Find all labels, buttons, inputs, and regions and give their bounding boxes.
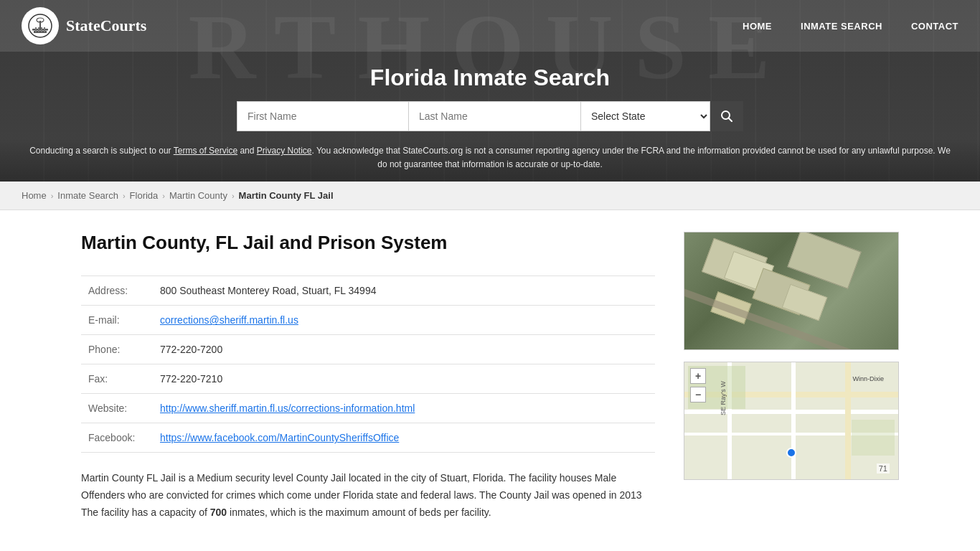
nav-contact[interactable]: CONTACT	[911, 21, 958, 32]
website-value: http://www.sheriff.martin.fl.us/correcti…	[153, 394, 655, 423]
navbar: StateCourts HOME INMATE SEARCH CONTACT	[0, 0, 980, 52]
page-title: Martin County, FL Jail and Prison System	[81, 232, 655, 254]
svg-rect-7	[41, 27, 42, 32]
email-row: E-mail: corrections@sheriff.martin.fl.us	[81, 306, 655, 335]
website-label: Website:	[81, 394, 153, 423]
map-zoom-out[interactable]: −	[690, 387, 706, 402]
search-bar: Select State Alabama Alaska Arizona Flor…	[203, 101, 777, 131]
address-label: Address:	[81, 276, 153, 306]
breadcrumb-county[interactable]: Martin County	[169, 190, 227, 201]
map-image: Winn-Dixie + − SE Ray's W 71	[684, 362, 899, 480]
fax-label: Fax:	[81, 364, 153, 394]
main-content: Martin County, FL Jail and Prison System…	[67, 210, 913, 542]
svg-line-10	[729, 118, 732, 122]
breadcrumb: Home › Inmate Search › Florida › Martin …	[0, 182, 980, 210]
fax-value: 772-220-7210	[153, 364, 655, 394]
sep4: ›	[232, 192, 235, 200]
nav-inmate-search[interactable]: INMATE SEARCH	[801, 21, 882, 32]
map-route-number: 71	[877, 463, 890, 474]
search-icon	[720, 110, 733, 123]
left-column: Martin County, FL Jail and Prison System…	[81, 232, 655, 521]
nav-links: HOME INMATE SEARCH CONTACT	[743, 21, 958, 32]
website-link[interactable]: http://www.sheriff.martin.fl.us/correcti…	[160, 402, 415, 414]
terms-link[interactable]: Terms of Service	[174, 146, 237, 156]
state-select[interactable]: Select State Alabama Alaska Arizona Flor…	[581, 101, 710, 131]
email-link[interactable]: corrections@sheriff.martin.fl.us	[160, 314, 298, 326]
sep2: ›	[123, 192, 126, 200]
email-value: corrections@sheriff.martin.fl.us	[153, 306, 655, 335]
facebook-row: Facebook: https://www.facebook.com/Marti…	[81, 423, 655, 453]
phone-row: Phone: 772-220-7200	[81, 335, 655, 364]
fax-row: Fax: 772-220-7210	[81, 364, 655, 394]
email-label: E-mail:	[81, 306, 153, 335]
last-name-input[interactable]	[409, 101, 581, 131]
svg-rect-2	[32, 29, 48, 31]
search-button[interactable]	[710, 101, 743, 131]
svg-rect-5	[35, 27, 37, 32]
info-table: Address: 800 Southeast Monterey Road, St…	[81, 276, 655, 453]
svg-rect-6	[38, 27, 39, 32]
facebook-link[interactable]: https://www.facebook.com/MartinCountyShe…	[160, 432, 399, 443]
address-value: 800 Southeast Monterey Road, Stuart, FL …	[153, 276, 655, 306]
site-name: StateCourts	[66, 17, 146, 35]
breadcrumb-current: Martin County FL Jail	[239, 190, 334, 201]
svg-rect-8	[44, 27, 45, 32]
first-name-input[interactable]	[237, 101, 409, 131]
sep3: ›	[162, 192, 165, 200]
facebook-value: https://www.facebook.com/MartinCountyShe…	[153, 423, 655, 453]
hero-title: Florida Inmate Search	[0, 52, 980, 101]
capacity: 700	[210, 507, 227, 518]
winn-dixie-label: Winn-Dixie	[852, 375, 884, 382]
facebook-label: Facebook:	[81, 423, 153, 453]
phone-value: 772-220-7200	[153, 335, 655, 364]
map-zoom-in[interactable]: +	[690, 368, 706, 384]
description: Martin County FL Jail is a Medium securi…	[81, 470, 655, 521]
map-street-label: SE Ray's W	[720, 381, 727, 415]
disclaimer: Conducting a search is subject to our Te…	[0, 141, 980, 182]
facility-image	[684, 232, 899, 350]
breadcrumb-home[interactable]: Home	[22, 190, 47, 201]
logo-area: StateCourts	[22, 7, 146, 44]
privacy-link[interactable]: Privacy Notice	[257, 146, 312, 156]
map-pin	[786, 448, 796, 458]
phone-label: Phone:	[81, 335, 153, 364]
breadcrumb-inmate-search[interactable]: Inmate Search	[57, 190, 118, 201]
address-row: Address: 800 Southeast Monterey Road, St…	[81, 276, 655, 306]
breadcrumb-state[interactable]: Florida	[130, 190, 159, 201]
sep1: ›	[51, 192, 54, 200]
nav-home[interactable]: HOME	[743, 21, 772, 32]
content-area: Martin County, FL Jail and Prison System…	[81, 232, 899, 521]
logo-icon	[22, 7, 59, 44]
website-row: Website: http://www.sheriff.martin.fl.us…	[81, 394, 655, 423]
right-column: Winn-Dixie + − SE Ray's W 71	[684, 232, 899, 521]
